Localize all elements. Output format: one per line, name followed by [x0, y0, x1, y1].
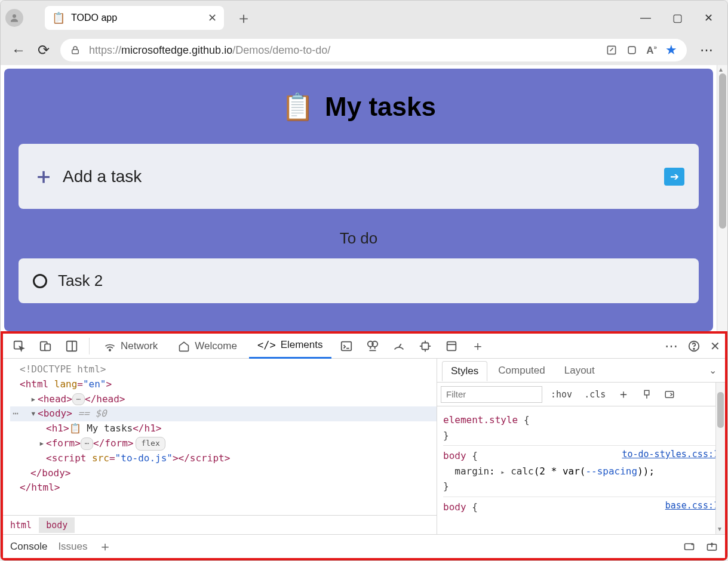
add-task-input[interactable]: Add a task [63, 167, 656, 186]
styles-rules[interactable]: element.style { } to-do-styles.css:1 bod… [437, 406, 725, 534]
svg-point-28 [691, 543, 693, 545]
devtools-help-button[interactable] [687, 340, 701, 353]
styles-scrollbar-thumb[interactable] [717, 392, 724, 428]
svg-line-14 [399, 344, 401, 347]
computed-styles-icon[interactable] [661, 388, 678, 401]
rule-body-2[interactable]: base.css:1 body { [443, 497, 719, 517]
browser-menu-button[interactable]: ⋯ [695, 42, 718, 58]
page-title-text: My tasks [325, 92, 436, 122]
drawer-collapse-icon[interactable] [706, 541, 718, 553]
plus-icon: ＋ [33, 162, 54, 191]
styles-tab-styles[interactable]: Styles [442, 361, 487, 381]
styles-tab-layout[interactable]: Layout [556, 361, 603, 380]
todo-app: 📋 My tasks ＋ Add a task ➔ To do Task 2 [4, 69, 713, 331]
dom-tree-panel: <!DOCTYPE html> <html lang="en"> ▸<head>… [3, 359, 437, 534]
add-tab-button[interactable]: ＋ [466, 334, 489, 359]
page-title: 📋 My tasks [19, 91, 699, 122]
rule-body-1[interactable]: to-do-styles.css:1 body { margin: ▸ calc… [443, 446, 719, 497]
submit-task-button[interactable]: ➔ [664, 168, 684, 186]
dom-doctype[interactable]: <!DOCTYPE html> [20, 363, 106, 375]
browser-tab-bar: 📋 TODO app ✕ ＋ — ▢ ✕ [1, 1, 727, 35]
tab-title: TODO app [71, 13, 117, 23]
paint-flash-icon[interactable] [638, 388, 656, 401]
svg-point-0 [13, 14, 16, 18]
address-bar: ← ⟳ https://microsoftedge.github.io/Demo… [1, 35, 727, 65]
devtools-more-button[interactable]: ⋯ [665, 338, 678, 354]
tab-performance-icon[interactable] [388, 336, 410, 356]
svg-rect-6 [45, 344, 50, 350]
browser-tab[interactable]: 📋 TODO app ✕ [45, 6, 224, 30]
drawer-add-tab-button[interactable]: ＋ [99, 538, 112, 556]
favorite-star-icon[interactable]: ★ [665, 42, 677, 58]
scroll-down-icon[interactable]: ▾ [718, 525, 721, 533]
devtools-panel: Network Welcome </> Elements ＋ ⋯ [1, 331, 727, 560]
refresh-button[interactable]: ⟳ [35, 42, 52, 58]
tab-application-icon[interactable] [440, 336, 463, 356]
device-emulation-button[interactable] [34, 336, 57, 356]
devtools-close-button[interactable]: ✕ [710, 339, 720, 353]
breadcrumb-body[interactable]: body [39, 517, 75, 533]
lock-icon [70, 45, 81, 56]
url-text: https://microsoftedge.github.io/Demos/de… [89, 44, 597, 57]
svg-point-9 [109, 349, 111, 351]
edit-url-icon[interactable] [606, 44, 618, 56]
task-label: Task 2 [58, 272, 103, 290]
window-controls: — ▢ ✕ [640, 11, 723, 24]
styles-panel: Styles Computed Layout ⌄ :hov .cls ＋ e [437, 359, 725, 534]
new-tab-button[interactable]: ＋ [229, 8, 259, 29]
svg-rect-3 [628, 47, 635, 54]
svg-point-23 [693, 348, 695, 349]
rule-source-link[interactable]: base.css:1 [665, 498, 719, 513]
url-field[interactable]: https://microsoftedge.github.io/Demos/de… [60, 39, 687, 61]
styles-scrollbar[interactable]: ▾ [715, 383, 725, 534]
reading-mode-icon[interactable]: A» [646, 44, 657, 57]
devtools-drawer: Console Issues ＋ [3, 534, 725, 558]
svg-rect-15 [422, 343, 428, 349]
cls-toggle[interactable]: .cls [580, 388, 609, 401]
tab-sources-icon[interactable] [361, 336, 384, 356]
tab-console-icon[interactable] [335, 336, 358, 356]
clipboard-icon: 📋 [281, 91, 314, 122]
tab-favicon-icon: 📋 [52, 11, 65, 24]
tab-elements[interactable]: </> Elements [249, 334, 331, 359]
maximize-button[interactable]: ▢ [672, 11, 683, 24]
svg-rect-20 [447, 341, 456, 350]
scrollbar-thumb[interactable] [719, 73, 726, 229]
styles-filter-input[interactable] [441, 386, 542, 403]
styles-tabs-chevron-icon[interactable]: ⌄ [709, 365, 720, 376]
devtools-toolbar: Network Welcome </> Elements ＋ ⋯ [3, 334, 725, 359]
inspect-element-button[interactable] [8, 336, 30, 356]
styles-tab-computed[interactable]: Computed [490, 361, 553, 380]
drawer-issues-icon[interactable] [683, 541, 695, 553]
tab-close-icon[interactable]: ✕ [208, 11, 217, 24]
drawer-tab-console[interactable]: Console [10, 541, 47, 553]
drawer-tab-issues[interactable]: Issues [58, 541, 87, 553]
task-checkbox[interactable] [33, 274, 47, 288]
page-scrollbar[interactable]: ▴ [717, 65, 727, 331]
minimize-button[interactable]: — [640, 11, 651, 24]
rule-source-link[interactable]: to-do-styles.css:1 [622, 447, 719, 461]
tab-memory-icon[interactable] [414, 336, 437, 356]
svg-rect-1 [72, 50, 79, 54]
task-item[interactable]: Task 2 [19, 258, 699, 303]
styles-toolbar: :hov .cls ＋ [437, 383, 725, 406]
tab-network[interactable]: Network [96, 334, 166, 359]
app-install-icon[interactable] [626, 44, 638, 56]
rule-element-style[interactable]: element.style { } [443, 410, 719, 446]
page-viewport: 📋 My tasks ＋ Add a task ➔ To do Task 2 ▴ [1, 65, 727, 331]
tab-welcome[interactable]: Welcome [170, 334, 245, 359]
scroll-up-icon[interactable]: ▴ [719, 65, 723, 73]
back-button[interactable]: ← [10, 42, 27, 58]
section-heading-todo: To do [19, 229, 699, 248]
close-window-button[interactable]: ✕ [704, 11, 713, 24]
breadcrumb-html[interactable]: html [3, 517, 39, 533]
dom-breadcrumb: html body [3, 515, 437, 534]
hov-toggle[interactable]: :hov [547, 388, 576, 401]
profile-avatar[interactable] [5, 9, 23, 27]
dom-tree[interactable]: <!DOCTYPE html> <html lang="en"> ▸<head>… [3, 359, 437, 515]
dock-side-button[interactable] [60, 336, 83, 356]
add-task-form[interactable]: ＋ Add a task ➔ [19, 144, 699, 209]
new-style-rule-button[interactable]: ＋ [614, 385, 633, 403]
dom-selected-body[interactable]: ⋯▾<body> == $0 [10, 406, 437, 421]
svg-rect-24 [645, 390, 650, 395]
